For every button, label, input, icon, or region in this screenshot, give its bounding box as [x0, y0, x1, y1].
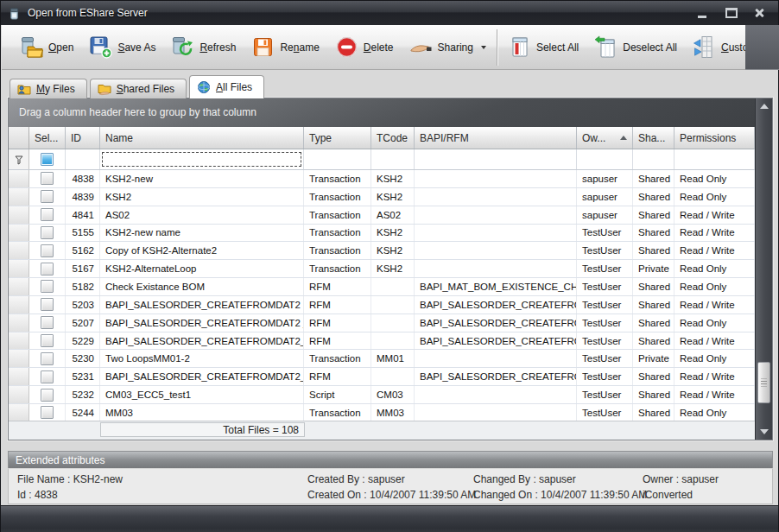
table-row[interactable]: 5230Two LoopsMM01-2TransactionMM01TestUs…	[9, 350, 755, 368]
column-header-indicator[interactable]	[9, 127, 29, 149]
save-as-button[interactable]: Save As	[81, 28, 163, 66]
grid-cell-id: 5232	[66, 386, 100, 403]
rename-button[interactable]: Rename	[244, 28, 326, 66]
column-header-tcode[interactable]: TCode	[371, 127, 415, 149]
row-indicator[interactable]	[9, 404, 29, 421]
row-indicator[interactable]	[9, 296, 29, 314]
delete-button[interactable]: Delete	[327, 28, 402, 66]
sharing-button[interactable]: Sharing	[402, 28, 494, 66]
row-indicator[interactable]	[9, 350, 29, 367]
filter-row-indicator[interactable]	[9, 149, 29, 169]
scroll-thumb[interactable]	[757, 362, 770, 403]
row-checkbox[interactable]	[41, 316, 54, 329]
app-jar-icon	[8, 7, 21, 20]
row-checkbox[interactable]	[41, 298, 54, 311]
scroll-up-button[interactable]	[760, 104, 769, 109]
row-checkbox[interactable]	[41, 280, 54, 293]
row-indicator[interactable]	[9, 206, 29, 224]
row-indicator[interactable]	[9, 260, 29, 277]
row-checkbox[interactable]	[41, 370, 54, 383]
row-checkbox[interactable]	[41, 334, 54, 347]
table-row[interactable]: 5207BAPI_SALESORDER_CREATEFROMDAT2 _de..…	[9, 314, 755, 332]
grid-scrollbar[interactable]	[755, 98, 772, 440]
grid-cell-sel	[29, 296, 66, 314]
row-checkbox[interactable]	[41, 244, 54, 257]
table-row[interactable]: 5232CM03_ECC5_test1ScriptCM03TestUserSha…	[9, 386, 755, 404]
table-row[interactable]: 4838KSH2-newTransactionKSH2sapuserShared…	[9, 170, 755, 188]
row-checkbox[interactable]	[41, 172, 54, 185]
table-row[interactable]: 5162Copy of KSH2-Alternate2TransactionKS…	[9, 242, 755, 260]
column-header-sel[interactable]: Sel...	[29, 127, 66, 149]
row-checkbox[interactable]	[41, 226, 54, 239]
group-by-bar[interactable]: Drag a column header here to group by th…	[9, 98, 755, 127]
grid-cell-id: 4839	[66, 188, 100, 206]
table-row[interactable]: 4841AS02TransactionAS02sapuserSharedRead…	[9, 206, 755, 225]
row-checkbox[interactable]	[41, 352, 54, 365]
scroll-track[interactable]	[756, 114, 772, 424]
row-checkbox[interactable]	[41, 389, 54, 402]
column-header-bapi[interactable]: BAPI/RFM	[415, 127, 577, 149]
column-header-type[interactable]: Type	[304, 127, 371, 149]
close-button[interactable]	[753, 7, 766, 19]
table-row[interactable]: 5244MM03TransactionMM03TestUserSharedRea…	[9, 404, 755, 421]
open-button[interactable]: Open	[12, 28, 81, 66]
grid-cell-id: 4841	[66, 206, 100, 224]
row-indicator[interactable]	[9, 225, 29, 242]
column-header-owner[interactable]: Ow...	[577, 127, 633, 149]
grid-cell-sel	[29, 206, 66, 224]
name-filter-input[interactable]	[102, 152, 301, 167]
tab-my-files[interactable]: My Files	[10, 79, 87, 98]
tab-all-files[interactable]: All Files	[189, 75, 264, 98]
minimize-button[interactable]	[696, 7, 709, 19]
grid-cell-name: Copy of KSH2-Alternate2	[100, 242, 304, 259]
row-indicator[interactable]	[9, 278, 29, 295]
grid-header-row: Sel...IDNameTypeTCodeBAPI/RFMOw...Sha...…	[9, 127, 755, 149]
table-row[interactable]: 5182Check Existance BOMRFMBAPI_MAT_BOM_E…	[9, 278, 755, 296]
row-indicator[interactable]	[9, 170, 29, 187]
table-row[interactable]: 5231BAPI_SALESORDER_CREATEFROMDAT2_des..…	[9, 368, 755, 386]
column-header-perms[interactable]: Permissions	[674, 127, 755, 149]
row-indicator[interactable]	[9, 314, 29, 332]
grid-cell-perms: Read / Write	[674, 242, 755, 259]
row-indicator[interactable]	[9, 368, 29, 385]
row-indicator[interactable]	[9, 188, 29, 206]
row-checkbox[interactable]	[41, 263, 54, 276]
table-row[interactable]: 4839KSH2TransactionKSH2sapuserSharedRead…	[9, 188, 755, 206]
row-indicator[interactable]	[9, 332, 29, 350]
tab-shared-files[interactable]: Shared Files	[90, 79, 187, 98]
row-indicator[interactable]	[9, 386, 29, 403]
select-all-icon	[508, 35, 531, 59]
scroll-down-button[interactable]	[760, 429, 769, 434]
grid-cell-shared: Private	[633, 260, 674, 277]
grid-cell-tcode: CM03	[371, 386, 415, 403]
sharing-icon	[409, 35, 433, 59]
grid-cell-type: RFM	[304, 278, 371, 295]
select-column-icon[interactable]	[41, 153, 54, 166]
grid-cell-name: KSH2	[100, 188, 304, 206]
select-all-button[interactable]: Select All	[500, 28, 586, 66]
deselect-all-button[interactable]: Deselect All	[586, 28, 685, 66]
column-header-label: ID	[71, 132, 81, 144]
close-icon	[753, 7, 766, 19]
refresh-button[interactable]: Refresh	[163, 28, 244, 66]
filter-cell-perms	[674, 149, 755, 169]
maximize-button[interactable]	[725, 7, 738, 19]
table-row[interactable]: 5203BAPI_SALESORDER_CREATEFROMDAT2RFMBAP…	[9, 296, 755, 314]
grid-cell-name: BAPI_SALESORDER_CREATEFROMDAT2_Des...	[100, 332, 304, 350]
table-row[interactable]: 5167KSH2-AlternateLoopTransactionKSH2Tes…	[9, 260, 755, 278]
column-header-name[interactable]: Name	[100, 127, 304, 149]
grid-cell-perms: Read / Write	[674, 368, 755, 385]
table-row[interactable]: 5155KSH2-new nameTransactionKSH2TestUser…	[9, 225, 755, 243]
row-checkbox[interactable]	[41, 208, 54, 221]
column-header-id[interactable]: ID	[66, 127, 100, 149]
grid-cell-type: Transaction	[304, 170, 371, 187]
grid-cell-tcode	[371, 332, 415, 350]
grid-cell-id: 5182	[66, 278, 100, 295]
column-header-shared[interactable]: Sha...	[633, 127, 674, 149]
row-checkbox[interactable]	[41, 190, 54, 203]
table-row[interactable]: 5229BAPI_SALESORDER_CREATEFROMDAT2_Des..…	[9, 332, 755, 351]
filter-cell-type	[304, 149, 371, 169]
row-indicator[interactable]	[9, 242, 29, 259]
grid-cell-tcode: MM01	[371, 350, 415, 367]
row-checkbox[interactable]	[41, 406, 54, 419]
